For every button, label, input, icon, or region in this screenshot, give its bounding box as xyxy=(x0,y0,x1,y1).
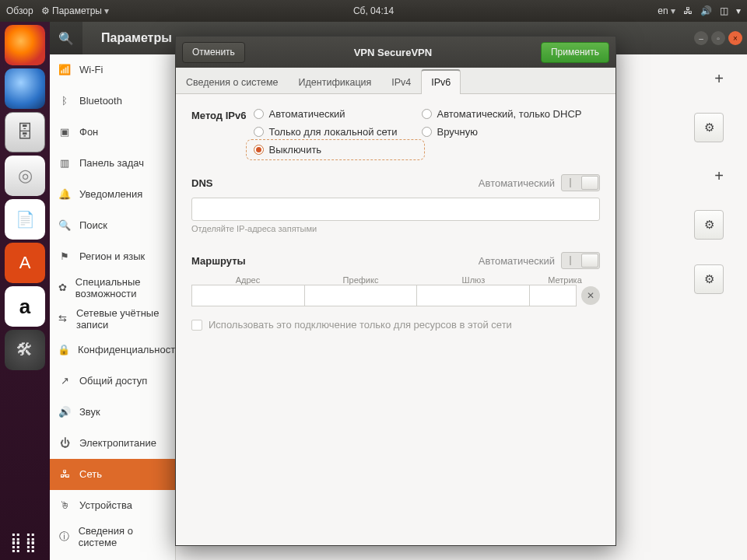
sidebar-item-devices[interactable]: 🖰Устройства xyxy=(50,490,175,521)
sidebar-item-accessibility[interactable]: ✿Специальные возможности xyxy=(50,272,175,303)
apply-button[interactable]: Применить xyxy=(541,42,609,63)
sidebar-label: Поиск xyxy=(79,219,107,231)
sidebar-label: Уведомления xyxy=(79,188,142,200)
launcher-files[interactable]: 🗄 xyxy=(5,112,45,152)
route-delete-button[interactable]: ✕ xyxy=(581,286,600,305)
sidebar-item-search[interactable]: 🔍Поиск xyxy=(50,210,175,241)
dialog-tabs: Сведения о системе Идентификация IPv4 IP… xyxy=(176,68,615,94)
system-menu-caret[interactable]: ▾ xyxy=(736,5,741,16)
launcher-settings[interactable]: 🛠 xyxy=(5,330,45,370)
sidebar-item-power[interactable]: ⏻Электропитание xyxy=(50,428,175,459)
sidebar-item-region[interactable]: ⚑Регион и язык xyxy=(50,241,175,272)
connection-settings-button[interactable]: ⚙ xyxy=(694,210,724,240)
accounts-icon: ⇆ xyxy=(58,313,68,324)
sidebar-item-about[interactable]: ⓘСведения о системе xyxy=(50,521,175,552)
dns-auto-switch[interactable] xyxy=(561,174,600,191)
minimize-button[interactable]: – xyxy=(694,31,708,45)
radio-manual[interactable]: Вручную xyxy=(422,126,600,138)
radio-label: Автоматический xyxy=(268,108,345,120)
sidebar-label: Сеть xyxy=(79,468,102,480)
sidebar-label: Общий доступ xyxy=(79,375,147,387)
launcher-amazon[interactable]: a xyxy=(5,286,45,327)
lang-indicator[interactable]: en xyxy=(658,5,675,16)
sidebar-item-dock[interactable]: ▥Панель задач xyxy=(50,148,175,179)
devices-icon: 🖰 xyxy=(58,499,72,511)
sidebar-item-sharing[interactable]: ↗Общий доступ xyxy=(50,366,175,397)
col-address: Адрес xyxy=(191,275,304,285)
activities-button[interactable]: Обзор xyxy=(6,5,33,16)
radio-disable[interactable]: Выключить xyxy=(249,142,422,157)
radio-label: Только для локальной сети xyxy=(268,126,397,138)
window-title: Параметры xyxy=(101,31,172,45)
sound-icon: 🔊 xyxy=(58,406,72,418)
sidebar-label: Сведения о системе xyxy=(79,525,167,548)
route-metric-input[interactable] xyxy=(530,285,577,306)
sidebar-item-notifications[interactable]: 🔔Уведомления xyxy=(50,179,175,210)
sidebar-item-privacy[interactable]: 🔒Конфиденциальность xyxy=(50,334,175,366)
settings-sidebar: 📶Wi-Fi ᛒBluetooth ▣Фон ▥Панель задач 🔔Ув… xyxy=(50,54,176,560)
routes-row: ✕ xyxy=(191,285,600,306)
search-button[interactable]: 🔍 xyxy=(50,22,82,54)
launcher-firefox[interactable] xyxy=(5,25,45,65)
show-apps-icon[interactable]: ⠿⠿⠿⠿ xyxy=(10,537,40,552)
radio-auto-dhcp[interactable]: Автоматический, только DHCP xyxy=(422,108,600,120)
sidebar-item-online-accounts[interactable]: ⇆Сетевые учётные записи xyxy=(50,303,175,334)
routes-headers: Адрес Префикс Шлюз Метрика xyxy=(191,275,600,285)
background-icon: ▣ xyxy=(58,126,72,138)
tab-details[interactable]: Сведения о системе xyxy=(176,70,289,94)
launcher: 🗄 ◎ 📄 A a 🛠 ⠿⠿⠿⠿ xyxy=(0,22,50,560)
tab-ipv6[interactable]: IPv6 xyxy=(421,69,461,94)
connection-settings-button[interactable]: ⚙ xyxy=(694,264,724,294)
sidebar-item-background[interactable]: ▣Фон xyxy=(50,117,175,148)
radio-link-local[interactable]: Только для локальной сети xyxy=(254,126,417,138)
battery-icon[interactable]: ◫ xyxy=(720,5,728,16)
route-gateway-input[interactable] xyxy=(417,285,530,306)
sidebar-item-network[interactable]: 🖧Сеть xyxy=(50,459,175,490)
network-icon[interactable]: 🖧 xyxy=(683,5,693,16)
radio-dot xyxy=(422,127,432,137)
add-vpn-button[interactable]: + xyxy=(714,167,724,185)
tab-identity[interactable]: Идентификация xyxy=(289,70,382,94)
volume-icon[interactable]: 🔊 xyxy=(700,5,712,16)
route-address-input[interactable] xyxy=(191,285,305,306)
cancel-button[interactable]: Отменить xyxy=(182,42,245,63)
sidebar-item-bluetooth[interactable]: ᛒBluetooth xyxy=(50,86,175,117)
share-icon: ↗ xyxy=(58,375,72,387)
dock-icon: ▥ xyxy=(58,157,72,169)
flag-icon: ⚑ xyxy=(58,250,72,262)
add-wired-button[interactable]: + xyxy=(714,70,724,88)
app-icon: ⚙ xyxy=(41,5,50,16)
radio-label: Выключить xyxy=(268,144,321,156)
method-label: Метод IPv6 xyxy=(191,108,246,121)
maximize-button[interactable]: ▫ xyxy=(711,31,725,45)
power-icon: ⏻ xyxy=(58,437,72,449)
col-gateway: Шлюз xyxy=(417,275,530,285)
launcher-thunderbird[interactable] xyxy=(5,68,45,109)
tab-ipv4[interactable]: IPv4 xyxy=(381,70,421,94)
radio-dot xyxy=(254,145,264,155)
connection-settings-button[interactable]: ⚙ xyxy=(694,113,724,142)
dns-auto-label: Автоматический xyxy=(479,177,555,189)
sidebar-label: Специальные возможности xyxy=(75,276,167,299)
appmenu[interactable]: ⚙ Параметры xyxy=(41,5,110,16)
only-resources-checkbox[interactable] xyxy=(191,320,202,331)
launcher-rhythmbox[interactable]: ◎ xyxy=(5,156,45,196)
dns-input[interactable] xyxy=(191,198,600,221)
route-prefix-input[interactable] xyxy=(305,285,418,306)
accessibility-icon: ✿ xyxy=(58,282,68,293)
lock-icon: 🔒 xyxy=(58,344,70,355)
close-button[interactable]: × xyxy=(728,31,742,45)
radio-dot xyxy=(422,109,432,119)
sidebar-label: Электропитание xyxy=(79,437,156,449)
search-icon: 🔍 xyxy=(58,219,72,231)
sidebar-item-wifi[interactable]: 📶Wi-Fi xyxy=(50,54,175,86)
clock[interactable]: Сб, 04:14 xyxy=(353,5,394,16)
launcher-software[interactable]: A xyxy=(5,243,45,283)
routes-auto-switch[interactable] xyxy=(561,252,600,269)
routes-title: Маршруты xyxy=(191,255,246,267)
launcher-writer[interactable]: 📄 xyxy=(5,199,45,240)
dialog-headerbar: Отменить VPN SecureVPN Применить xyxy=(176,37,615,68)
sidebar-item-sound[interactable]: 🔊Звук xyxy=(50,397,175,428)
radio-auto[interactable]: Автоматический xyxy=(254,108,417,120)
only-resources-label: Использовать это подключение только для … xyxy=(209,319,512,331)
